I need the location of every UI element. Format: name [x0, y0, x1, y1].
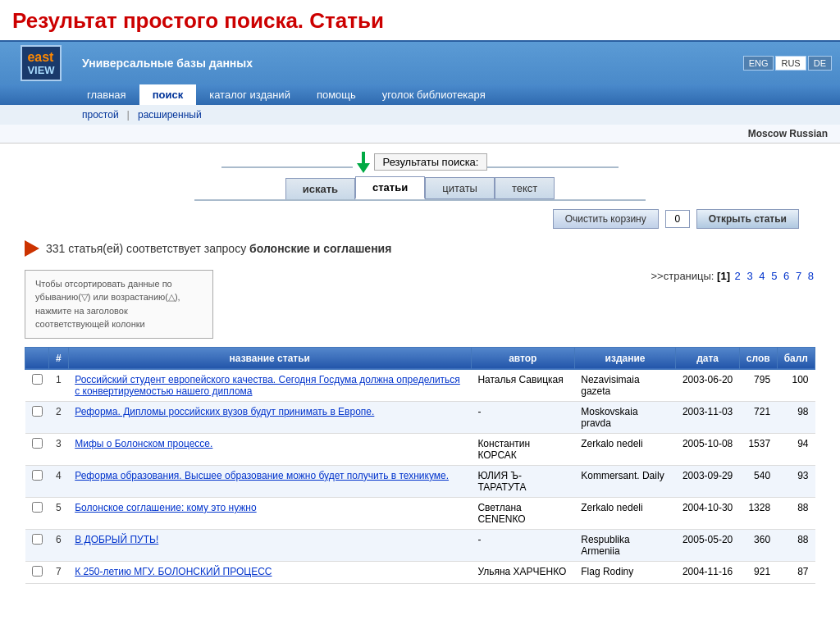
header: east VIEW Универсальные базы данных ENG … [0, 40, 840, 125]
page-4[interactable]: 4 [759, 270, 765, 282]
open-articles-button[interactable]: Открыть статьи [696, 209, 799, 229]
articles-table: # название статьи автор издание дата сло… [25, 347, 815, 584]
article-link[interactable]: Российский студент европейского качества… [75, 374, 460, 397]
col-words[interactable]: слов [739, 347, 777, 369]
row-checkbox[interactable] [25, 561, 49, 583]
row-checkbox[interactable] [25, 529, 49, 561]
lang-de[interactable]: DE [808, 56, 832, 71]
page-2[interactable]: 2 [735, 270, 741, 282]
nav-pomoshch[interactable]: помощь [304, 84, 369, 105]
row-words: 1328 [739, 497, 777, 529]
result-arrow-icon [25, 240, 39, 257]
table-row: 3 Мифы о Болонском процессе. Константин … [25, 433, 815, 465]
table-row: 5 Болонское соглашение: кому это нужно С… [25, 497, 815, 529]
row-num: 6 [49, 529, 69, 561]
row-num: 3 [49, 433, 69, 465]
row-score: 100 [777, 369, 815, 401]
row-publication: Respublika Armeniia [574, 529, 676, 561]
row-author: - [471, 401, 574, 433]
table-row: 1 Российский студент европейского качест… [25, 369, 815, 401]
row-publication: Zerkalo nedeli [574, 497, 676, 529]
row-title: В ДОБРЫЙ ПУТЬ! [68, 529, 471, 561]
row-words: 795 [739, 369, 777, 401]
article-link[interactable]: Реформа. Дипломы российских вузов будут … [75, 406, 374, 417]
row-score: 87 [777, 561, 815, 583]
page-3[interactable]: 3 [746, 270, 752, 282]
row-date: 2003-06-20 [676, 369, 739, 401]
row-title: Российский студент европейского качества… [68, 369, 471, 401]
page-6[interactable]: 6 [783, 270, 789, 282]
row-words: 540 [739, 465, 777, 497]
main-content: Результаты поиска: искать статьи цитаты … [0, 144, 840, 592]
article-link[interactable]: В ДОБРЫЙ ПУТЬ! [75, 534, 158, 545]
subnav-prostoy[interactable]: простой [74, 107, 127, 122]
search-button[interactable]: искать [285, 178, 355, 199]
nav-ugolok[interactable]: уголок библиотекаря [369, 84, 499, 105]
col-date[interactable]: дата [676, 347, 739, 369]
row-num: 7 [49, 561, 69, 583]
article-link[interactable]: Мифы о Болонском процессе. [75, 438, 212, 449]
row-publication: Flag Rodiny [574, 561, 676, 583]
page-7[interactable]: 7 [796, 270, 801, 282]
nav-glavnaya[interactable]: главная [74, 84, 139, 105]
table-row: 6 В ДОБРЫЙ ПУТЬ! - Respublika Armeniia 2… [25, 529, 815, 561]
row-num: 4 [49, 465, 69, 497]
tab-articles[interactable]: статьи [355, 176, 425, 199]
article-link[interactable]: Реформа образования. Высшее образование … [75, 470, 449, 481]
row-date: 2003-11-03 [676, 401, 739, 433]
row-title: Реформа образования. Высшее образование … [68, 465, 471, 497]
col-title[interactable]: название статьи [68, 347, 471, 369]
page-1[interactable]: [1] [717, 270, 730, 282]
sort-pagination-row: Чтобы отсортировать данные по убыванию(▽… [25, 270, 815, 339]
table-row: 7 К 250-летию МГУ. БОЛОНСКИЙ ПРОЦЕСС Уль… [25, 561, 815, 583]
sub-nav: простой | расширенный [0, 105, 840, 125]
lang-eng[interactable]: ENG [743, 56, 774, 71]
col-author[interactable]: автор [471, 347, 574, 369]
table-row: 2 Реформа. Дипломы российских вузов буду… [25, 401, 815, 433]
row-title: Мифы о Болонском процессе. [68, 433, 471, 465]
col-num[interactable]: # [49, 347, 69, 369]
row-title: К 250-летию МГУ. БОЛОНСКИЙ ПРОЦЕСС [68, 561, 471, 583]
article-link[interactable]: Болонское соглашение: кому это нужно [75, 502, 256, 513]
row-author: - [471, 529, 574, 561]
row-checkbox[interactable] [25, 401, 49, 433]
row-checkbox[interactable] [25, 465, 49, 497]
row-checkbox[interactable] [25, 433, 49, 465]
row-words: 721 [739, 401, 777, 433]
action-row: Очистить корзину 0 Открыть статьи [25, 209, 815, 229]
result-count-text: 331 статья(ей) соответствует запросу бол… [46, 242, 391, 255]
row-title: Болонское соглашение: кому это нужно [68, 497, 471, 529]
moscow-russian-label: Moscow Russian [0, 125, 840, 144]
nav-katalog[interactable]: каталог изданий [196, 84, 304, 105]
row-num: 2 [49, 401, 69, 433]
main-nav: главная поиск каталог изданий помощь уго… [0, 84, 840, 105]
header-db-title: Универсальные базы данных [74, 57, 743, 70]
row-date: 2004-11-16 [676, 561, 739, 583]
article-link[interactable]: К 250-летию МГУ. БОЛОНСКИЙ ПРОЦЕСС [75, 566, 272, 577]
tab-quotes[interactable]: цитаты [425, 177, 495, 199]
row-author: Светлана СENENКО [471, 497, 574, 529]
row-num: 1 [49, 369, 69, 401]
subnav-rasshirennyy[interactable]: расширенный [130, 107, 210, 122]
row-date: 2004-10-30 [676, 497, 739, 529]
clear-basket-button[interactable]: Очистить корзину [553, 209, 659, 229]
col-score[interactable]: балл [777, 347, 815, 369]
row-date: 2005-10-08 [676, 433, 739, 465]
language-switcher: ENG RUS DE [743, 56, 832, 71]
nav-poisk[interactable]: поиск [139, 84, 197, 105]
page-8[interactable]: 8 [808, 270, 814, 282]
row-checkbox[interactable] [25, 497, 49, 529]
row-words: 921 [739, 561, 777, 583]
col-publication[interactable]: издание [574, 347, 676, 369]
row-score: 88 [777, 529, 815, 561]
row-date: 2003-09-29 [676, 465, 739, 497]
lang-rus[interactable]: RUS [775, 56, 806, 71]
row-author: Наталья Савицкая [471, 369, 574, 401]
row-checkbox[interactable] [25, 369, 49, 401]
row-author: Константин КОРСАК [471, 433, 574, 465]
row-title: Реформа. Дипломы российских вузов будут … [68, 401, 471, 433]
tab-text[interactable]: текст [495, 177, 555, 199]
table-row: 4 Реформа образования. Высшее образовани… [25, 465, 815, 497]
page-5[interactable]: 5 [771, 270, 777, 282]
row-score: 98 [777, 401, 815, 433]
